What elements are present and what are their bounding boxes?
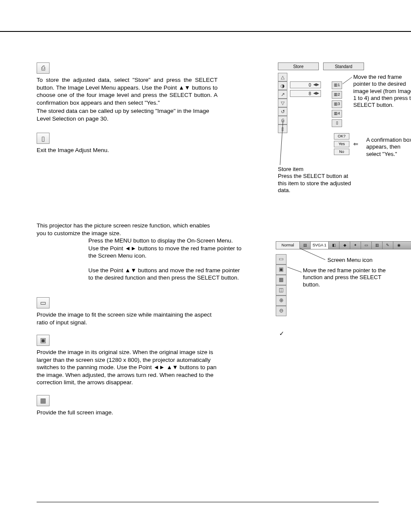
store-icon: ⎙ [37,62,50,74]
svg-line-3 [287,267,302,272]
svg-line-2 [300,249,325,260]
param-val-2: 8 [290,91,312,96]
svg-line-0 [342,77,352,84]
caption-move-pointer: Move the red frame pointer to the functi… [303,267,389,288]
pointer-arrow-icon: ⇐ [353,140,358,148]
param-arrows-2: ◀▶ [312,91,321,96]
no-button: No [334,149,349,155]
menu-icon-5: ▭ [361,242,372,249]
quit-paragraph: Exit the Image Adjust Menu. [37,146,218,154]
quit-menu-icon: ▯ [278,124,287,133]
true-icon: ▣ [37,335,50,346]
sc-full-icon: ▦ [276,275,286,285]
sc-true-icon: ▣ [276,264,286,275]
menu-icon-6: ▥ [372,242,383,249]
store-section: ⎙ To store the adjusted data, select "St… [37,62,222,154]
image-level-quit-icon: ▯ [332,119,342,127]
gamma-icon: ↗ [278,90,287,99]
yes-button: Yes [334,141,349,147]
screen-modes-section: ▭ Provide the image to fit the screen si… [37,297,222,417]
image-level-4: ▥4 [332,110,342,118]
param-arrows-1: ◀▶ [312,82,321,87]
caption-move-frame: Move the red frame pointer to the desire… [353,74,411,109]
menu-icon-4: ✦ [350,242,361,249]
store-paragraph-2: The stored data can be called up by sele… [37,107,218,122]
menu-icon-3: ◆ [339,242,350,249]
step-2: Use the Point ▲▼ buttons and move the re… [88,267,243,282]
tab-standard: Standard [323,62,364,70]
full-text: Provide the full screen image. [37,409,218,417]
screen-menu-column: ▭ ▣ ▦ ◫ ⊕ ⊖ [276,254,286,316]
quit-icon: ▯ [37,133,50,144]
true-text: Provide the image in its original size. … [37,348,222,386]
page-content: ⎙ To store the adjusted data, select "St… [37,62,377,155]
resize-intro: This projector has the picture screen re… [37,222,218,237]
reset-icon: ↺ [278,107,287,116]
caption-screen-menu-icon: Screen Menu icon [327,257,373,264]
sc-normal-icon: ▭ [276,254,286,264]
image-level-2: ▥2 [332,91,342,99]
rule-bottom [37,502,379,502]
sc-zoom-out-icon: ⊖ [276,306,286,316]
down-arrow-icon: ▽ [278,99,287,107]
caption-store-item: Store item Press the SELECT button at th… [278,166,355,194]
image-level-1: ▥1 [332,81,342,89]
menu-normal-label: Normal [276,242,300,249]
step-1: Press the MENU button to display the On-… [88,237,243,260]
tab-store: Store [278,62,319,70]
menu-icon-7: ✎ [383,242,393,249]
up-arrow-icon: △ [278,73,287,81]
store-paragraph-1: To store the adjusted data, select "Stor… [37,76,218,106]
normal-icon: ▭ [37,297,50,308]
sc-custom-icon: ◫ [276,285,286,296]
sc-zoom-in-icon: ⊕ [276,296,286,306]
menu-icon-8: ◉ [393,242,404,249]
caption-store-head: Store item [278,166,303,172]
rule-top [0,31,411,32]
full-icon: ▦ [37,395,50,406]
check-icon: ✓ [279,330,284,337]
image-level-3: ▥3 [332,100,342,108]
contrast-icon: ◑ [278,81,287,90]
adjust-menu-column: △ ◑ ↗ ▽ ↺ ⎙ ▯ [278,73,287,133]
param-val-1: 0 [290,82,312,88]
onscreen-menu-bar: Normal ▤ SVGA 1 ◧ ◆ ✦ ▭ ▥ ✎ ◉ [276,241,411,249]
caption-store-body: Press the SELECT button at this item to … [278,173,351,193]
menu-icon-1: ▤ [300,242,311,249]
caption-confirm: A confirmation box appears, then select … [366,137,411,158]
store-illustration: Store Standard △ ◑ ↗ ▽ ↺ ⎙ ▯ 0 ◀▶ 8 ◀▶ ▥… [278,62,411,70]
param-row-2: 8 ◀▶ [290,90,321,97]
screen-menu-illustration: Normal ▤ SVGA 1 ◧ ◆ ✦ ▭ ▥ ✎ ◉ ▭ ▣ ▦ ◫ ⊕ … [276,241,411,249]
store-menu-icon: ⎙ [278,116,287,124]
normal-text: Provide the image to fit the screen size… [37,311,218,326]
steps-block: Press the MENU button to display the On-… [88,237,256,283]
ok-label: OK? [334,133,349,140]
menu-icon-2: ◧ [329,242,339,249]
menu-svga-label: SVGA 1 [311,242,329,249]
param-row-1: 0 ◀▶ [290,81,321,88]
